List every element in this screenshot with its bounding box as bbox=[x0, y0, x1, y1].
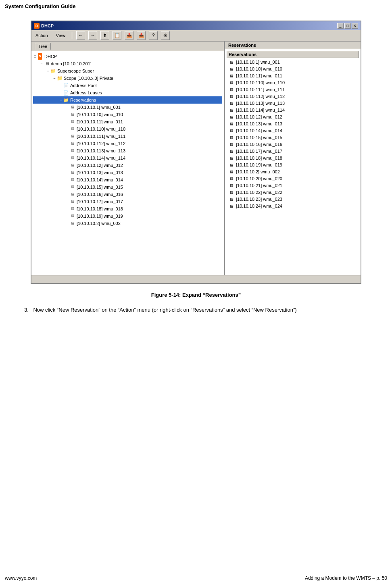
import-button[interactable]: 📥 bbox=[137, 31, 146, 40]
tree-item-leaf-0[interactable]: 🖥 [10.10.10.1] wmu_001 bbox=[33, 104, 222, 111]
tree-item-leaf-16[interactable]: 🖥 [10.10.10.2] wmu_002 bbox=[33, 220, 222, 227]
list-item-1[interactable]: 🖥 [10.10.10.10] wmu_010 bbox=[227, 66, 359, 73]
tree-label-leases: Address Leases bbox=[70, 90, 102, 96]
tree-item-leaf-2[interactable]: 🖥 [10.10.10.11] wmu_011 bbox=[33, 118, 222, 125]
title-bar-left: D DHCP bbox=[34, 23, 54, 29]
restore-button[interactable]: □ bbox=[344, 23, 351, 29]
list-item-13[interactable]: 🖥 [10.10.10.17] wmu_017 bbox=[227, 148, 359, 155]
tree-item-scope[interactable]: − 📁 Scope [10.10.x.0] Private bbox=[33, 75, 222, 82]
tree-leaf-15: [10.10.10.19] wmu_019 bbox=[77, 213, 123, 219]
list-item-0[interactable]: 🖥 [10.10.10.1] wmu_001 bbox=[227, 59, 359, 66]
tree-item-address-leases[interactable]: 📄 Address Leases bbox=[33, 89, 222, 96]
up-button[interactable]: ⬆ bbox=[100, 31, 109, 40]
list-item-9[interactable]: 🖥 [10.10.10.13] wmu_013 bbox=[227, 121, 359, 127]
tree-label-reservations: Reservations bbox=[70, 97, 96, 103]
list-label-7: [10.10.10.114] wmu_114 bbox=[236, 107, 285, 113]
tree-item-leaf-11[interactable]: 🖥 [10.10.10.15] wmu_015 bbox=[33, 183, 222, 191]
export-button[interactable]: 📤 bbox=[125, 31, 133, 40]
pool-toggle bbox=[59, 82, 63, 89]
list-item-16[interactable]: 🖥 [10.10.10.2] wmu_002 bbox=[227, 169, 359, 175]
tree-item-leaf-10[interactable]: 🖥 [10.10.10.14] wmu_014 bbox=[33, 176, 222, 183]
tree-item-leaf-12[interactable]: 🖥 [10.10.10.16] wmu_016 bbox=[33, 191, 222, 198]
right-scroll[interactable]: 🖥 [10.10.10.1] wmu_001 🖥 [10.10.10.10] w… bbox=[227, 59, 359, 272]
extra-button[interactable]: ✳ bbox=[161, 31, 170, 40]
list-label-1: [10.10.10.10] wmu_010 bbox=[236, 66, 282, 72]
list-item-21[interactable]: 🖥 [10.10.10.24] wmu_024 bbox=[227, 203, 359, 210]
help-button[interactable]: ? bbox=[149, 31, 158, 40]
dhcp-icon: D bbox=[34, 23, 40, 29]
list-icon-0: 🖥 bbox=[228, 60, 235, 65]
list-item-20[interactable]: 🖥 [10.10.10.23] wmu_023 bbox=[227, 196, 359, 203]
list-item-5[interactable]: 🖥 [10.10.10.112] wmu_112 bbox=[227, 93, 359, 100]
demo-toggle[interactable]: − bbox=[40, 60, 44, 67]
leaf-icon-0: 🖥 bbox=[69, 104, 76, 110]
back-button[interactable]: ← bbox=[76, 31, 85, 40]
leaf-icon-11: 🖥 bbox=[69, 184, 76, 190]
list-item-15[interactable]: 🖥 [10.10.10.19] wmu_019 bbox=[227, 162, 359, 169]
tree-item-leaf-9[interactable]: 🖥 [10.10.10.13] wmu_013 bbox=[33, 169, 222, 176]
tree-item-reservations[interactable]: − 📁 Reservations bbox=[33, 96, 222, 104]
view-menu[interactable]: View bbox=[54, 32, 68, 39]
footer-left[interactable]: www.vyyo.com bbox=[5, 575, 37, 581]
leases-toggle bbox=[59, 90, 63, 96]
tree-item-leaf-6[interactable]: 🖥 [10.10.10.113] wmu_113 bbox=[33, 147, 222, 154]
tree-item-leaf-4[interactable]: 🖥 [10.10.10.111] wmu_111 bbox=[33, 133, 222, 140]
list-label-17: [10.10.10.20] wmu_020 bbox=[236, 176, 282, 182]
left-panel: Tree □ D DHCP − 🖥 bbox=[31, 42, 225, 275]
tree-tab[interactable]: Tree bbox=[35, 43, 51, 50]
tree-item-leaf-3[interactable]: 🖥 [10.10.10.110] wmu_110 bbox=[33, 125, 222, 133]
list-item-19[interactable]: 🖥 [10.10.10.22] wmu_022 bbox=[227, 189, 359, 196]
close-button[interactable]: ✕ bbox=[352, 23, 358, 29]
list-item-2[interactable]: 🖥 [10.10.10.11] wmu_011 bbox=[227, 73, 359, 79]
list-item-12[interactable]: 🖥 [10.10.10.16] wmu_016 bbox=[227, 141, 359, 148]
list-item-4[interactable]: 🖥 [10.10.10.111] wmu_111 bbox=[227, 86, 359, 93]
reservations-toggle[interactable]: − bbox=[59, 97, 63, 103]
title-bar-controls[interactable]: _ □ ✕ bbox=[337, 23, 358, 29]
dhcp-toggle[interactable]: □ bbox=[33, 53, 37, 60]
list-item-11[interactable]: 🖥 [10.10.10.15] wmu_015 bbox=[227, 134, 359, 141]
list-label-10: [10.10.10.14] wmu_014 bbox=[236, 128, 282, 134]
footer-right: Adding a Modem to the WMTS – p. 50 bbox=[305, 575, 387, 581]
tree-item-leaf-13[interactable]: 🖥 [10.10.10.17] wmu_017 bbox=[33, 198, 222, 205]
tree-item-leaf-15[interactable]: 🖥 [10.10.10.19] wmu_019 bbox=[33, 212, 222, 220]
list-icon-11: 🖥 bbox=[228, 135, 235, 141]
list-label-21: [10.10.10.24] wmu_024 bbox=[236, 203, 282, 209]
tree-item-leaf-8[interactable]: 🖥 [10.10.10.12] wmu_012 bbox=[33, 162, 222, 169]
pool-icon: 📄 bbox=[63, 83, 69, 88]
list-item-14[interactable]: 🖥 [10.10.10.18] wmu_018 bbox=[227, 155, 359, 162]
tree-item-address-pool[interactable]: 📄 Address Pool bbox=[33, 82, 222, 89]
list-label-15: [10.10.10.19] wmu_019 bbox=[236, 162, 282, 168]
tree-scroll[interactable]: □ D DHCP − 🖥 demo [10.10.10.201] bbox=[33, 53, 222, 264]
forward-button[interactable]: → bbox=[88, 31, 97, 40]
tree-item-leaf-14[interactable]: 🖥 [10.10.10.18] wmu_018 bbox=[33, 205, 222, 212]
leases-icon: 📄 bbox=[63, 90, 69, 96]
scope-toggle[interactable]: − bbox=[52, 75, 56, 81]
list-item-8[interactable]: 🖥 [10.10.10.12] wmu_012 bbox=[227, 114, 359, 121]
action-menu[interactable]: Action bbox=[33, 32, 50, 39]
show-button[interactable]: 📋 bbox=[113, 31, 121, 40]
list-icon-2: 🖥 bbox=[228, 73, 235, 79]
list-item-18[interactable]: 🖥 [10.10.10.21] wmu_021 bbox=[227, 182, 359, 189]
list-item-7[interactable]: 🖥 [10.10.10.114] wmu_114 bbox=[227, 107, 359, 114]
list-item-6[interactable]: 🖥 [10.10.10.113] wmu_113 bbox=[227, 100, 359, 107]
leaf-icon-16: 🖥 bbox=[69, 221, 76, 226]
list-item-3[interactable]: 🖥 [10.10.10.110] wmu_110 bbox=[227, 79, 359, 86]
status-bar bbox=[31, 275, 361, 283]
tree-item-leaf-1[interactable]: 🖥 [10.10.10.10] wmu_010 bbox=[33, 111, 222, 118]
list-label-6: [10.10.10.113] wmu_113 bbox=[236, 100, 285, 106]
tree-item-demo[interactable]: − 🖥 demo [10.10.10.201] bbox=[33, 60, 222, 67]
tree-label-pool: Address Pool bbox=[70, 82, 96, 89]
tree-item-dhcp[interactable]: □ D DHCP bbox=[33, 53, 222, 60]
list-item-10[interactable]: 🖥 [10.10.10.14] wmu_014 bbox=[227, 127, 359, 134]
tree-item-superscope[interactable]: − 📁 Superscope Super bbox=[33, 67, 222, 75]
tree-leaf-8: [10.10.10.12] wmu_012 bbox=[77, 162, 123, 169]
tree-label-superscope: Superscope Super bbox=[57, 68, 94, 74]
list-icon-12: 🖥 bbox=[228, 142, 235, 148]
superscope-toggle[interactable]: − bbox=[46, 68, 50, 74]
minimize-button[interactable]: _ bbox=[337, 23, 344, 29]
list-item-17[interactable]: 🖥 [10.10.10.20] wmu_020 bbox=[227, 175, 359, 182]
tree-item-leaf-7[interactable]: 🖥 [10.10.10.114] wmu_114 bbox=[33, 154, 222, 162]
menu-bar: Action View ← → ⬆ 📋 📤 📥 ? ✳ bbox=[31, 30, 361, 41]
tree-item-leaf-5[interactable]: 🖥 [10.10.10.112] wmu_112 bbox=[33, 140, 222, 147]
list-label-20: [10.10.10.23] wmu_023 bbox=[236, 196, 282, 202]
